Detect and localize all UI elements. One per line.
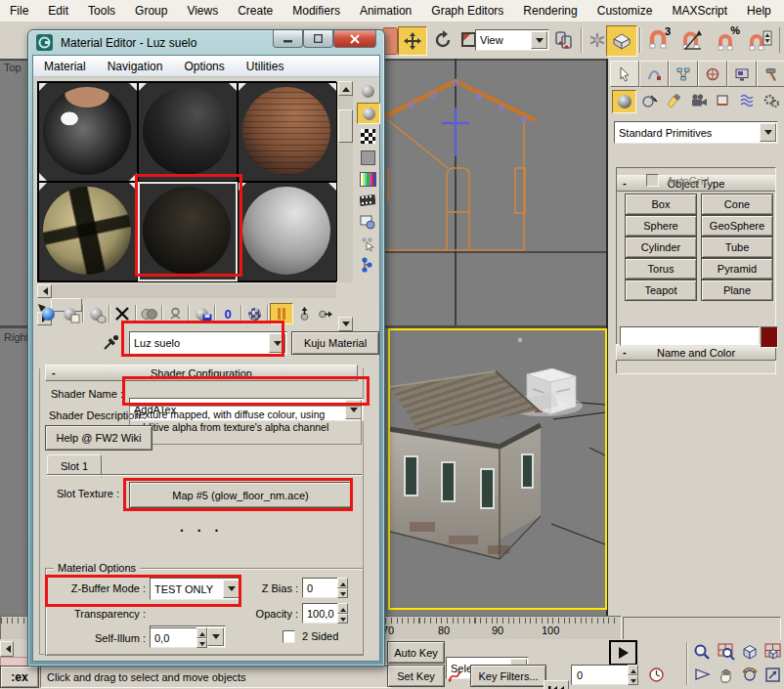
- category-dropdown[interactable]: Standard Primitives: [614, 121, 778, 144]
- material-map-navigator-button[interactable]: [357, 255, 378, 275]
- menu-utilities[interactable]: Utilities: [236, 60, 295, 73]
- new-key-default-in-out-button[interactable]: [447, 665, 466, 685]
- two-sided-checkbox[interactable]: [283, 630, 295, 643]
- menu-animation[interactable]: Animation: [350, 4, 421, 18]
- maximize-button[interactable]: [303, 30, 333, 48]
- subtab-cameras[interactable]: [687, 90, 710, 111]
- sample-slot-3[interactable]: [238, 82, 337, 182]
- opacity-field[interactable]: 100,0: [302, 603, 341, 624]
- tab-hierarchy[interactable]: [669, 61, 698, 87]
- viewport-label-top[interactable]: Top: [4, 62, 27, 73]
- menu-rendering[interactable]: Rendering: [513, 4, 587, 18]
- select-and-rotate-button[interactable]: [429, 26, 457, 54]
- menu-create[interactable]: Create: [228, 4, 283, 18]
- reset-map-button[interactable]: [111, 304, 133, 323]
- tab-modify[interactable]: [639, 61, 669, 87]
- make-preview-button[interactable]: [357, 191, 378, 210]
- material-editor-window[interactable]: Material Editor - Luz suelo Material Nav…: [27, 29, 385, 667]
- tab-display[interactable]: [727, 61, 757, 87]
- go-to-start-button[interactable]: [544, 680, 569, 689]
- menu-group[interactable]: Group: [125, 4, 177, 18]
- maximize-viewport-toggle-button[interactable]: [762, 664, 783, 685]
- material-type-button[interactable]: Kuju Material: [291, 331, 379, 355]
- auto-key-button[interactable]: Auto Key: [387, 641, 445, 664]
- help-fw2-wiki-button[interactable]: Help @ FW2 Wiki: [45, 425, 152, 451]
- chevron-down-icon[interactable]: [207, 627, 224, 646]
- object-color-swatch[interactable]: [761, 326, 778, 348]
- create-box-button[interactable]: Box: [625, 194, 697, 215]
- select-by-material-button[interactable]: [357, 234, 378, 253]
- sample-slot-4[interactable]: [38, 182, 138, 281]
- name-and-color-rollup-header[interactable]: - Name and Color: [616, 344, 776, 361]
- material-name-dropdown[interactable]: Luz suelo: [129, 331, 287, 355]
- zoom-button[interactable]: [691, 641, 713, 663]
- palette-vertical-scrollbar[interactable]: [338, 81, 353, 282]
- spinner-snap-toggle-button[interactable]: [746, 26, 775, 54]
- arc-rotate-button[interactable]: [739, 664, 761, 685]
- video-color-check-button[interactable]: [357, 169, 378, 189]
- subtab-systems[interactable]: [761, 90, 783, 111]
- sample-slot-5-selected[interactable]: [138, 182, 238, 281]
- background-button[interactable]: [357, 126, 378, 146]
- chevron-down-icon[interactable]: [269, 333, 285, 353]
- material-editor-options-button[interactable]: [357, 212, 378, 232]
- autogrid-checkbox[interactable]: [646, 174, 659, 187]
- self-illum-field[interactable]: 0,0: [150, 627, 200, 648]
- create-cylinder-button[interactable]: Cylinder: [625, 237, 697, 258]
- frame-spinner[interactable]: [628, 665, 638, 685]
- close-button[interactable]: [333, 30, 376, 48]
- subtab-lights[interactable]: [663, 90, 685, 111]
- menu-tools[interactable]: Tools: [78, 4, 125, 18]
- put-material-to-scene-button[interactable]: [59, 304, 80, 323]
- z-bias-spinner[interactable]: [337, 578, 348, 598]
- sample-slot-6[interactable]: [238, 182, 337, 281]
- select-and-move-button[interactable]: [398, 26, 427, 56]
- subtab-geometry[interactable]: [612, 90, 636, 113]
- sample-slot-2[interactable]: [138, 82, 238, 182]
- slot-texture-map-button[interactable]: Map #5 (glow_floor_nm.ace): [129, 482, 352, 508]
- put-to-library-button[interactable]: [191, 304, 212, 323]
- subtab-space-warps[interactable]: [736, 90, 759, 111]
- self-illum-spinner[interactable]: [196, 627, 207, 648]
- menu-views[interactable]: Views: [177, 4, 228, 18]
- opacity-spinner[interactable]: [337, 603, 348, 624]
- minimize-button[interactable]: [273, 30, 303, 48]
- snaps-toggle-button[interactable]: [606, 25, 637, 57]
- scroll-thumb[interactable]: [338, 109, 353, 143]
- chevron-down-icon[interactable]: [223, 580, 240, 598]
- snaps-toggle-3d-button[interactable]: 3: [643, 26, 673, 54]
- zoom-extents-button[interactable]: [739, 641, 761, 663]
- go-forward-to-sibling-button[interactable]: [315, 304, 336, 323]
- z-bias-field[interactable]: 0: [302, 578, 341, 598]
- tab-create[interactable]: [610, 61, 639, 87]
- show-map-in-viewport-button[interactable]: [243, 304, 265, 323]
- shader-configuration-rollup-header[interactable]: - Shader Configuration: [45, 365, 358, 381]
- menu-graph-editors[interactable]: Graph Editors: [421, 4, 513, 18]
- zoom-all-button[interactable]: [716, 641, 737, 663]
- backlight-button[interactable]: [357, 103, 380, 124]
- pick-material-from-object-button[interactable]: [100, 331, 121, 353]
- create-cone-button[interactable]: Cone: [701, 194, 773, 215]
- use-pivot-point-center-button[interactable]: [551, 26, 577, 54]
- perspective-viewport[interactable]: [388, 328, 607, 610]
- sample-type-button[interactable]: [357, 81, 378, 101]
- create-pyramid-button[interactable]: Pyramid: [701, 258, 773, 280]
- go-to-parent-button[interactable]: [293, 304, 315, 323]
- create-sphere-button[interactable]: Sphere: [625, 215, 697, 237]
- percent-snap-toggle-button[interactable]: %: [712, 26, 741, 54]
- assign-material-to-selection-button[interactable]: [85, 304, 107, 323]
- make-material-copy-button[interactable]: [138, 304, 159, 323]
- play-animation-button[interactable]: [609, 640, 637, 666]
- menu-file[interactable]: File: [0, 4, 38, 18]
- two-sided-checkbox-row[interactable]: 2 Sided: [283, 629, 338, 643]
- maxscript-mini-listener[interactable]: :ex: [0, 666, 39, 688]
- tab-utilities[interactable]: [757, 61, 784, 87]
- menu-navigation[interactable]: Navigation: [97, 60, 174, 73]
- menu-options[interactable]: Options: [173, 60, 235, 73]
- create-plane-button[interactable]: Plane: [701, 280, 773, 301]
- sample-slot-1[interactable]: [38, 82, 138, 182]
- scroll-left-button[interactable]: [37, 284, 52, 298]
- key-filters-button[interactable]: Key Filters...: [470, 665, 546, 687]
- slot-1-tab[interactable]: Slot 1: [47, 454, 102, 477]
- current-frame-field[interactable]: 0: [571, 665, 632, 685]
